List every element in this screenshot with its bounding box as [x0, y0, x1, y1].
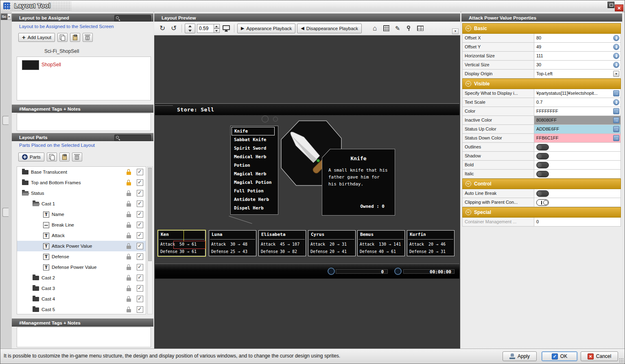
dropdown-icon[interactable]: [613, 71, 619, 77]
bold-toggle[interactable]: [536, 162, 549, 168]
tree-item-defense-power-value[interactable]: Defense Power Value: [17, 262, 146, 272]
stepper-icon[interactable]: [613, 44, 619, 50]
specify-display-value[interactable]: ¥partystatus[11]¥selectshopit...: [534, 89, 621, 98]
tree-item-cast-5[interactable]: Cast 5: [17, 304, 146, 314]
unlock-icon[interactable]: [127, 243, 131, 249]
unlock-icon[interactable]: [127, 190, 131, 196]
visibility-checkbox[interactable]: [137, 222, 143, 228]
tree-item-cast-3[interactable]: Cast 3: [17, 283, 146, 294]
outlines-toggle[interactable]: [536, 144, 549, 150]
tree-item-cast-4[interactable]: Cast 4: [17, 294, 146, 304]
add-part-button[interactable]: Parts: [18, 153, 44, 161]
fit-view-button[interactable]: [185, 24, 195, 33]
tree-item-attack-power-value[interactable]: Attack Power Value: [17, 241, 146, 251]
lock-icon[interactable]: [127, 180, 131, 185]
shop-menu-item[interactable]: Potion: [231, 161, 278, 170]
inspect-tool-button[interactable]: [404, 24, 414, 33]
lock-icon[interactable]: [127, 169, 131, 175]
unlock-icon[interactable]: [127, 307, 131, 312]
redo-button[interactable]: ↻: [157, 24, 167, 33]
expand-panel-button[interactable]: [7, 13, 11, 20]
stepper-icon[interactable]: [613, 62, 619, 68]
tree-item-break-line[interactable]: Break Line: [17, 220, 146, 230]
color-picker-arrow-icon[interactable]: [613, 117, 619, 123]
vertical-size-value[interactable]: 30: [534, 61, 621, 69]
tree-item-cast-1[interactable]: Cast 1: [17, 198, 146, 209]
visibility-checkbox[interactable]: [137, 275, 143, 281]
screen-list-tab[interactable]: Sc: [1, 13, 7, 20]
visibility-checkbox[interactable]: [137, 253, 143, 260]
tree-scrollbar[interactable]: [147, 166, 153, 314]
section-visible[interactable]: Visible: [462, 78, 621, 89]
paste-layout-button[interactable]: [70, 33, 80, 42]
unlock-icon[interactable]: [127, 211, 131, 217]
appearance-playback-button[interactable]: ▶ Appearance Playback: [237, 24, 295, 33]
inactive-color-value[interactable]: 808080FF: [534, 116, 621, 124]
toolbar-overflow-button[interactable]: [452, 28, 459, 34]
auto-line-break-toggle[interactable]: [536, 190, 549, 197]
unlock-icon[interactable]: [127, 264, 131, 270]
italic-toggle[interactable]: [536, 171, 549, 177]
shop-menu-item[interactable]: Antidote Herb: [231, 195, 278, 204]
stepper-icon[interactable]: [613, 35, 619, 41]
status-up-color-value[interactable]: ADD8E6FF: [534, 125, 621, 133]
assigned-search-input[interactable]: [114, 15, 151, 22]
visibility-checkbox[interactable]: [137, 232, 143, 239]
status-card-bemus[interactable]: Bemus Attack130 → 141 Defense40 → 61: [357, 230, 405, 256]
delete-layout-button[interactable]: [83, 33, 93, 42]
tree-item-attack[interactable]: Attack: [17, 230, 146, 241]
tree-item-defense[interactable]: Defense: [17, 251, 146, 262]
assigned-tags-notes-field[interactable]: [17, 113, 151, 131]
zoom-input[interactable]: [197, 24, 214, 33]
status-card-kurfin[interactable]: Kurfin Attack20 → 46 Defense20 → 31: [407, 230, 455, 256]
shop-menu-item[interactable]: Full Potion: [231, 187, 278, 195]
unlock-icon[interactable]: [127, 233, 131, 238]
shop-menu-item[interactable]: Dispel Herb: [231, 204, 278, 212]
parts-tags-notes-field[interactable]: [17, 327, 151, 347]
unlock-icon[interactable]: [127, 254, 131, 259]
cancel-button[interactable]: Cancel: [581, 351, 618, 361]
zoom-down-button[interactable]: [214, 28, 220, 33]
scrollbar-thumb[interactable]: [148, 168, 152, 261]
delete-part-button[interactable]: [72, 153, 82, 161]
clipping-toggle[interactable]: [536, 199, 549, 206]
offset-y-value[interactable]: 49: [534, 43, 621, 51]
status-down-color-value[interactable]: FFB6C1FF: [534, 134, 621, 142]
apply-button[interactable]: Apply: [503, 351, 537, 361]
unlock-icon[interactable]: [127, 201, 131, 207]
shop-menu-item[interactable]: Spirit Sword: [231, 144, 278, 153]
tree-item-status[interactable]: Status: [17, 188, 146, 198]
assigned-tags-header[interactable]: #Management Tags + Notes: [12, 105, 153, 113]
offset-x-value[interactable]: 80: [534, 34, 621, 42]
color-value[interactable]: FFFFFFFF: [534, 107, 621, 116]
grid-toggle-button[interactable]: [381, 24, 391, 33]
color-picker-arrow-icon[interactable]: [613, 135, 619, 141]
paste-part-button[interactable]: [59, 153, 70, 161]
visibility-checkbox[interactable]: [137, 201, 143, 207]
shop-menu-item[interactable]: Medical Herb: [231, 153, 278, 161]
visibility-checkbox[interactable]: [137, 179, 143, 186]
copy-layout-button[interactable]: [57, 33, 68, 42]
close-button[interactable]: [615, 4, 623, 11]
unlock-icon[interactable]: [127, 286, 131, 291]
shadow-toggle[interactable]: [536, 153, 549, 159]
shop-menu-item[interactable]: Magical Potion: [231, 178, 278, 187]
visibility-checkbox[interactable]: [137, 243, 143, 249]
title-bar[interactable]: Layout Tool: [0, 0, 625, 12]
parts-search-input[interactable]: [114, 135, 151, 141]
text-scale-value[interactable]: 0.7: [534, 98, 621, 107]
ok-button[interactable]: OK: [542, 351, 577, 361]
shop-menu-item-selected[interactable]: Knife: [232, 127, 275, 135]
tree-item-top-bottom-frames[interactable]: Top and Bottom Frames: [17, 177, 146, 188]
resize-grip[interactable]: [619, 358, 624, 363]
shop-menu-item[interactable]: Magical Herb: [231, 170, 278, 178]
section-special[interactable]: Special: [462, 207, 621, 218]
section-control[interactable]: Control: [462, 179, 621, 189]
disappearance-playback-button[interactable]: ◀ Disappearance Playback: [297, 24, 362, 33]
zoom-up-button[interactable]: [214, 24, 220, 28]
undo-button[interactable]: ↺: [169, 24, 179, 33]
visibility-checkbox[interactable]: [137, 264, 143, 270]
section-basic[interactable]: Basic: [462, 23, 621, 34]
color-picker-arrow-icon[interactable]: [613, 126, 619, 132]
open-editor-ar row-icon[interactable]: [613, 90, 619, 96]
